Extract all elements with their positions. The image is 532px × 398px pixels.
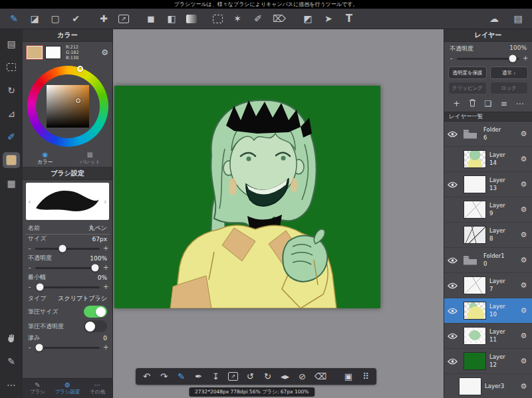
layer-thumbnail[interactable] [464, 327, 486, 345]
layer-row[interactable]: Layer8 ⚙ [444, 223, 532, 248]
transform-tool[interactable]: ↗ [118, 15, 129, 23]
secondary-color-swatch[interactable] [45, 46, 61, 59]
layer-row[interactable]: Layer13 ⚙ [444, 172, 532, 197]
layer-row[interactable]: Folder10 ⚙ [444, 248, 532, 273]
rotate-ccw-button[interactable]: ↺ [245, 372, 255, 381]
edge-more-icon[interactable]: ⋯ [3, 377, 20, 393]
grid-button[interactable]: ⠿ [360, 372, 370, 381]
file-icon[interactable]: ▤ [3, 36, 20, 52]
brush-opacity-slider[interactable]: - + [23, 262, 112, 273]
tab-brush-settings[interactable]: ⚙ ブラシ設定 [53, 379, 82, 398]
prev-brush-arrow[interactable]: ‹ [26, 197, 33, 206]
select-icon[interactable] [3, 59, 20, 75]
layer-settings-gear-icon[interactable]: ⚙ [519, 357, 529, 365]
slider-thumb[interactable] [35, 344, 43, 351]
eyedropper-button[interactable]: ✒ [194, 372, 203, 381]
save-button[interactable]: ↧ [211, 372, 221, 381]
slider-thumb[interactable] [509, 55, 516, 62]
layer-row[interactable]: Layer3 ⚙ [444, 374, 532, 398]
layer-thumbnail[interactable] [464, 175, 486, 193]
undo-button[interactable]: ↶ [142, 372, 152, 381]
visibility-eye-icon[interactable] [446, 181, 459, 188]
clipping-button[interactable]: クリッピング [448, 82, 487, 94]
layers-panel-icon[interactable]: ▤ [512, 12, 524, 25]
hide-others-button[interactable]: ⊘ [297, 372, 307, 381]
brush-size-slider[interactable]: - + [23, 243, 112, 254]
saturation-value-box[interactable] [47, 85, 89, 128]
layer-settings-gear-icon[interactable]: ⚙ [519, 281, 529, 290]
text-tool[interactable]: T [343, 12, 355, 25]
hand-icon[interactable] [3, 330, 20, 346]
tab-other[interactable]: ⋯ その他 [82, 379, 112, 398]
transform-icon[interactable]: ↻ [3, 82, 20, 98]
layer-thumbnail[interactable] [464, 302, 486, 320]
shape-tool[interactable]: ▢ [49, 12, 61, 25]
move-tool[interactable]: ✚ [98, 12, 110, 25]
select-move-tool[interactable]: ➤ [323, 12, 334, 25]
ruler-icon[interactable]: ⊿ [3, 106, 20, 122]
current-color-chip[interactable] [3, 152, 20, 168]
select-fill-tool[interactable]: ◩ [302, 12, 314, 25]
protect-alpha-button[interactable]: 透明度を保護 [448, 66, 487, 79]
export-button[interactable]: ↗ [228, 372, 238, 381]
lock-button[interactable]: ロック [490, 82, 529, 94]
layer-row[interactable]: Folder6 ⚙ [444, 122, 532, 147]
color-wheel[interactable] [23, 63, 112, 149]
visibility-eye-icon[interactable] [446, 131, 459, 138]
layer-thumbnail[interactable] [459, 377, 481, 395]
layer-settings-gear-icon[interactable]: ⚙ [519, 180, 529, 189]
tab-brush[interactable]: ✎ ブラシ [23, 379, 53, 398]
redo-button[interactable]: ↷ [159, 372, 169, 381]
min-width-slider[interactable]: - + [23, 282, 112, 292]
cloud-icon[interactable]: ☁ [488, 12, 500, 25]
clear-button[interactable]: ⌫ [315, 372, 327, 381]
pen-tool[interactable]: ✎ [8, 12, 20, 25]
tab-color[interactable]: ◉ カラー [23, 149, 68, 167]
layer-settings-gear-icon[interactable]: ⚙ [519, 231, 529, 239]
slider-thumb[interactable] [36, 284, 43, 291]
stylus-icon[interactable]: ✎ [3, 353, 20, 369]
palette-icon[interactable]: ▦ [3, 175, 20, 191]
canvas-area[interactable]: ↶↷✎✒↧↗↺↻◂▸⊘⌫▣⠿ 2732*2048px 778dpi 56% ブラ… [113, 29, 444, 398]
brush-name-value[interactable]: 丸ペン [89, 224, 107, 233]
rotate-cw-button[interactable]: ↻ [263, 372, 273, 381]
layer-settings-gear-icon[interactable]: ⚙ [519, 205, 529, 214]
visibility-eye-icon[interactable] [446, 308, 459, 314]
fill-rect-tool[interactable]: ◼ [145, 12, 157, 25]
flip-button[interactable]: ◂▸ [280, 372, 290, 381]
layer-row[interactable]: Layer10 ⚙ [444, 298, 532, 324]
layer-row[interactable]: Layer14 ⚙ [444, 147, 532, 172]
add-layer-button[interactable]: + [452, 100, 461, 108]
brush-mode-button[interactable]: ✎ [176, 372, 186, 381]
select-tool[interactable] [213, 15, 223, 23]
layer-row[interactable]: Layer9 ⚙ [444, 197, 532, 223]
pressure-opacity-toggle[interactable] [84, 320, 107, 332]
slider-thumb[interactable] [59, 245, 66, 252]
layer-thumbnail[interactable] [464, 201, 486, 219]
layer-row[interactable]: Layer11 ⚙ [444, 324, 532, 349]
color-settings-gear-icon[interactable]: ⚙ [101, 48, 108, 57]
pressure-size-toggle[interactable] [84, 306, 107, 318]
layer-settings-gear-icon[interactable]: ⚙ [519, 332, 529, 340]
blend-mode-button[interactable]: 通常 › [490, 66, 529, 79]
layer-more-button[interactable]: ⋯ [515, 100, 524, 108]
sv-cursor[interactable] [76, 98, 80, 103]
layer-row[interactable]: Layer12 ⚙ [444, 349, 532, 374]
visibility-eye-icon[interactable] [446, 333, 459, 340]
layer-settings-gear-icon[interactable]: ⚙ [519, 382, 529, 391]
layer-thumbnail[interactable] [464, 226, 486, 244]
layer-settings-gear-icon[interactable]: ⚙ [519, 306, 529, 315]
layer-row[interactable]: Layer7 ⚙ [444, 273, 532, 298]
eraser-tool[interactable]: ◪ [29, 12, 41, 25]
bucket-tool[interactable]: ◧ [166, 12, 178, 25]
magic-wand-tool[interactable]: ✶ [231, 12, 243, 25]
tab-palette[interactable]: ▦ パレット [68, 149, 113, 167]
visibility-eye-icon[interactable] [446, 282, 459, 289]
canvas[interactable] [114, 86, 380, 308]
gradient-tool[interactable] [186, 15, 197, 23]
brush-icon[interactable]: ✐ [3, 129, 20, 145]
bleed-slider[interactable]: - + [23, 342, 112, 353]
delete-layer-button[interactable] [468, 98, 477, 108]
layer-opacity-slider[interactable]: - + [444, 53, 532, 64]
layer-settings-gear-icon[interactable]: ⚙ [519, 130, 529, 138]
